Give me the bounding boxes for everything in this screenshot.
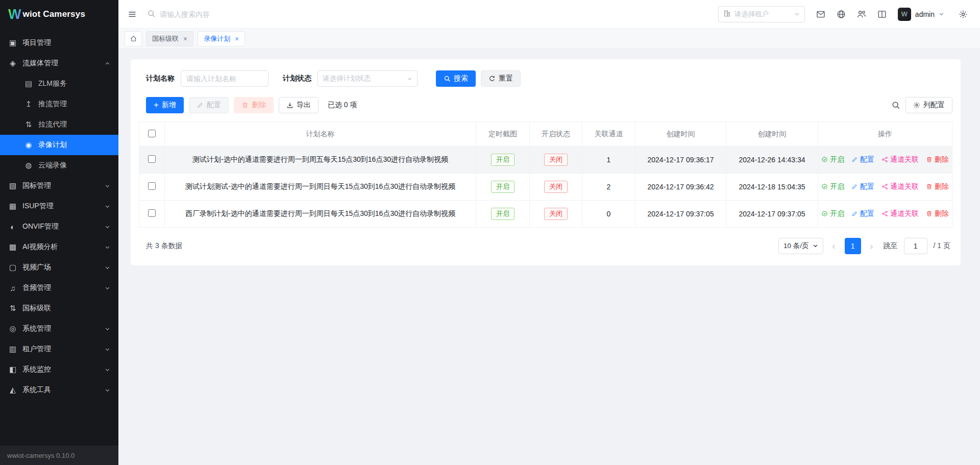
sidebar-item-tenant-management[interactable]: ▥ 租户管理 <box>0 339 118 359</box>
sidebar-item-ai-video-analysis[interactable]: ▩ AI视频分析 <box>0 237 118 257</box>
row-checkbox[interactable] <box>148 209 156 217</box>
sidebar-item-zlm-service[interactable]: ▤ ZLM服务 <box>0 74 118 94</box>
sidebar-item-label: 流媒体管理 <box>22 59 58 68</box>
header-actions: 请选择租户 W a <box>718 6 968 22</box>
enable-link[interactable]: 开启 <box>821 209 844 218</box>
mail-icon[interactable] <box>816 10 825 19</box>
sidebar-item-streaming-media[interactable]: ◈ 流媒体管理 <box>0 53 118 74</box>
sidebar-item-cloud-record[interactable]: ◍ 云端录像 <box>0 155 118 176</box>
plus-icon: + <box>154 101 159 109</box>
col-screenshot: 定时截图 <box>476 122 530 146</box>
channel-link-link[interactable]: 通道关联 <box>881 182 919 191</box>
building-icon <box>723 10 731 19</box>
chevron-down-icon <box>105 183 110 189</box>
sidebar-item-project-management[interactable]: ▣ 项目管理 <box>0 33 118 53</box>
page-size-value: 10 条/页 <box>783 241 809 251</box>
config-link[interactable]: 配置 <box>851 209 874 218</box>
sidebar-item-label: 系统监控 <box>22 365 51 374</box>
settings-gear-icon[interactable] <box>959 10 968 19</box>
sidebar-item-label: 云端录像 <box>38 161 67 170</box>
tab-label: 国标级联 <box>152 34 179 43</box>
sidebar-item-audio-management[interactable]: ♫ 音频管理 <box>0 278 118 298</box>
enable-link[interactable]: 开启 <box>821 155 844 164</box>
add-button[interactable]: + 新增 <box>146 97 184 113</box>
sidebar-item-label: 国标级联 <box>22 304 51 313</box>
main-column: 请选择租户 W a <box>118 0 980 465</box>
sidebar-item-label: ISUP管理 <box>22 202 54 211</box>
row-checkbox[interactable] <box>148 182 156 190</box>
plan-name-input[interactable] <box>181 70 268 87</box>
config-link[interactable]: 配置 <box>851 182 874 191</box>
gb-icon: ▧ <box>8 181 17 190</box>
sidebar-item-onvif-management[interactable]: ◐ ONVIF管理 <box>0 216 118 237</box>
users-icon[interactable] <box>857 10 866 19</box>
close-icon[interactable]: × <box>183 35 187 42</box>
sidebar-item-system-tools[interactable]: ◭ 系统工具 <box>0 380 118 400</box>
globe-icon[interactable] <box>837 10 846 19</box>
gb-cascade-icon: ⇅ <box>8 304 17 313</box>
tools-icon: ◭ <box>8 385 17 395</box>
chevron-down-icon <box>939 11 944 17</box>
export-button[interactable]: 导出 <box>279 97 318 113</box>
config-link[interactable]: 配置 <box>851 155 874 164</box>
column-config-button[interactable]: 列配置 <box>905 97 952 113</box>
sidebar-item-label: 录像计划 <box>38 140 67 150</box>
sidebar-item-label: 租户管理 <box>22 345 51 354</box>
tab-record-plan[interactable]: 录像计划 × <box>198 31 245 46</box>
tenant-select[interactable]: 请选择租户 <box>718 6 805 22</box>
reset-button[interactable]: 重置 <box>481 70 521 87</box>
sidebar-item-record-plan[interactable]: ◉ 录像计划 <box>0 135 118 155</box>
enable-link[interactable]: 开启 <box>821 182 844 191</box>
search-button[interactable]: 搜索 <box>436 70 476 87</box>
push-stream-icon: ↥ <box>24 100 33 109</box>
user-menu[interactable]: W admin <box>898 8 944 21</box>
table-row: 西厂录制计划-选中的通道需要进行周一到周日每天15点30到16点30进行自动录制… <box>139 201 952 228</box>
created1-cell: 2024-12-17 09:36:42 <box>635 174 726 201</box>
sidebar-menu: ▣ 项目管理 ◈ 流媒体管理 ▤ ZLM服务 ↥ 推流管理 <box>0 29 118 446</box>
select-all-cell <box>139 122 165 146</box>
channel-link-link[interactable]: 通道关联 <box>881 209 919 218</box>
delete-link[interactable]: 删除 <box>926 209 949 218</box>
tab-gb-cascade[interactable]: 国标级联 × <box>146 31 193 46</box>
page-size-select[interactable]: 10 条/页 <box>778 238 823 254</box>
sidebar-item-system-monitor[interactable]: ◧ 系统监控 <box>0 359 118 380</box>
select-all-checkbox[interactable] <box>148 130 156 137</box>
delete-button[interactable]: 删除 <box>234 97 274 113</box>
prev-page-button[interactable]: ‹ <box>828 238 840 254</box>
channel-link-link[interactable]: 通道关联 <box>881 155 919 164</box>
record-plan-table: 计划名称 定时截图 开启状态 关联通道 创建时间 创建时间 操作 测试计划-选 <box>139 121 952 228</box>
sidebar-item-label: ZLM服务 <box>38 79 67 88</box>
delete-link[interactable]: 删除 <box>926 182 949 191</box>
layout-columns-icon[interactable] <box>877 10 887 19</box>
delete-link[interactable]: 删除 <box>926 155 949 164</box>
sidebar-item-pull-proxy[interactable]: ⇅ 拉流代理 <box>0 114 118 135</box>
plan-status-select[interactable]: 请选择计划状态 <box>317 70 418 87</box>
app-root: W wiot Camersys ▣ 项目管理 ◈ 流媒体管理 ▤ ZLM服务 <box>0 0 980 465</box>
close-icon[interactable]: × <box>235 35 239 42</box>
sidebar-item-isup-management[interactable]: ▦ ISUP管理 <box>0 196 118 216</box>
page-1-button[interactable]: 1 <box>845 238 861 254</box>
hamburger-menu-icon[interactable] <box>128 10 137 19</box>
sidebar-item-gb-management[interactable]: ▧ 国标管理 <box>0 176 118 196</box>
tab-label: 录像计划 <box>204 34 230 43</box>
table-search-icon[interactable] <box>891 101 900 110</box>
sidebar-item-video-plaza[interactable]: ▢ 视频广场 <box>0 257 118 278</box>
sidebar-item-push-stream[interactable]: ↥ 推流管理 <box>0 94 118 114</box>
brand-name: wiot Camersys <box>22 9 85 19</box>
chevron-down-icon <box>105 326 110 332</box>
sidebar-item-gb-cascade[interactable]: ⇅ 国标级联 <box>0 298 118 319</box>
jump-page-input[interactable] <box>904 238 927 254</box>
created2-cell: 2024-12-18 15:04:35 <box>726 174 818 201</box>
chevron-down-icon <box>813 242 818 250</box>
top-header: 请选择租户 W a <box>118 0 980 29</box>
chevron-down-icon <box>105 204 110 209</box>
chevron-down-icon <box>794 10 800 18</box>
row-checkbox[interactable] <box>148 155 156 163</box>
chevron-up-icon <box>105 61 110 66</box>
next-page-button[interactable]: › <box>866 238 877 254</box>
config-button[interactable]: 配置 <box>189 97 229 113</box>
global-search[interactable] <box>147 9 267 19</box>
sidebar-item-system-management[interactable]: ◎ 系统管理 <box>0 319 118 339</box>
tab-home[interactable] <box>125 31 142 46</box>
global-search-input[interactable] <box>160 10 267 18</box>
